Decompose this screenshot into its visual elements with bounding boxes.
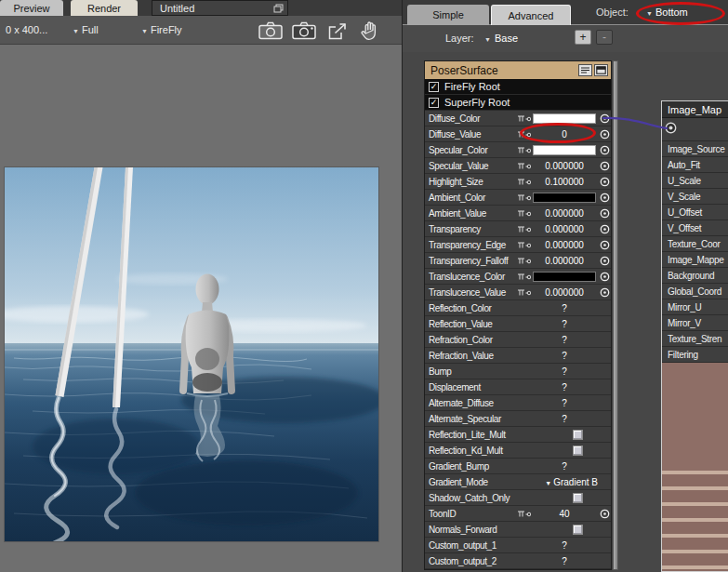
root-checkbox[interactable]: ✓ bbox=[429, 98, 439, 108]
socket-icon[interactable] bbox=[598, 113, 611, 124]
imagemap-row-image_mappe[interactable]: Image_Mappe bbox=[662, 252, 728, 268]
tab-advanced[interactable]: Advanced bbox=[491, 5, 571, 25]
remove-layer-button[interactable]: - bbox=[596, 30, 613, 45]
color-swatch[interactable] bbox=[533, 145, 596, 155]
value-field[interactable]: 0.000000 bbox=[545, 240, 584, 250]
node-collapse-icon[interactable] bbox=[594, 64, 608, 76]
posersurface-header[interactable]: PoserSurface bbox=[425, 61, 611, 79]
imagemap-row-v_scale[interactable]: V_Scale bbox=[662, 189, 728, 205]
resolution-label: 0 x 400... bbox=[6, 24, 47, 35]
socket-icon[interactable] bbox=[598, 224, 611, 234]
imagemap-row-mirror_u[interactable]: Mirror_U bbox=[662, 299, 728, 315]
property-label: Reflection_Color bbox=[425, 303, 516, 313]
dial-icon[interactable] bbox=[516, 145, 531, 155]
dial-icon[interactable] bbox=[516, 129, 531, 140]
imagemap-title[interactable]: Image_Map bbox=[662, 101, 728, 118]
color-swatch[interactable] bbox=[533, 272, 596, 282]
property-label: Reflection_Lite_Mult bbox=[425, 430, 516, 440]
imagemap-row-texture_coor[interactable]: Texture_Coor bbox=[662, 236, 728, 252]
surface-row-refraction_color: Refraction_Color? bbox=[425, 332, 611, 348]
imagemap-row-texture_stren[interactable]: Texture_Stren bbox=[662, 331, 728, 347]
layer-dropdown[interactable]: Base bbox=[484, 33, 518, 44]
layer-value: Base bbox=[495, 33, 518, 44]
dial-icon[interactable] bbox=[516, 113, 531, 124]
add-layer-button[interactable]: + bbox=[575, 30, 591, 45]
property-checkbox[interactable] bbox=[573, 525, 583, 535]
dial-icon[interactable] bbox=[516, 224, 531, 234]
surface-rows: Diffuse_ColorDiffuse_Value0Specular_Colo… bbox=[425, 111, 611, 569]
dial-icon[interactable] bbox=[516, 177, 531, 187]
value-field[interactable]: 0.100000 bbox=[545, 177, 584, 187]
imagemap-row-global_coord[interactable]: Global_Coord bbox=[662, 284, 728, 299]
value-field[interactable]: 0 bbox=[562, 129, 567, 140]
node-menu-icon[interactable] bbox=[578, 64, 592, 76]
socket-icon[interactable] bbox=[598, 177, 611, 187]
export-icon[interactable] bbox=[327, 22, 349, 43]
surface-row-diffuse_color: Diffuse_Color bbox=[425, 111, 611, 126]
property-checkbox[interactable] bbox=[573, 493, 583, 503]
layer-bar: Layer: Base + - bbox=[403, 25, 728, 52]
socket-icon[interactable] bbox=[598, 193, 611, 203]
property-label: Diffuse_Color bbox=[425, 113, 516, 124]
socket-icon[interactable] bbox=[598, 145, 611, 155]
socket-icon[interactable] bbox=[598, 240, 611, 250]
dial-icon[interactable] bbox=[516, 509, 531, 519]
value-field[interactable]: 0.000000 bbox=[545, 224, 584, 234]
dial-icon[interactable] bbox=[516, 193, 531, 203]
tab-preview[interactable]: Preview bbox=[0, 0, 63, 16]
pan-hand-icon[interactable] bbox=[361, 20, 379, 43]
socket-icon[interactable] bbox=[598, 161, 611, 171]
object-dropdown[interactable]: Bottom bbox=[646, 7, 688, 18]
imagemap-row-mirror_v[interactable]: Mirror_V bbox=[662, 315, 728, 331]
layer-label: Layer: bbox=[445, 33, 474, 44]
renderer-dropdown[interactable]: FireFly bbox=[141, 24, 182, 35]
dial-icon[interactable] bbox=[516, 240, 531, 250]
dial-icon[interactable] bbox=[516, 287, 531, 298]
color-swatch[interactable] bbox=[533, 193, 596, 203]
socket-icon[interactable] bbox=[598, 256, 611, 266]
tab-render[interactable]: Render bbox=[71, 0, 138, 16]
document-title-field[interactable]: Untitled bbox=[152, 0, 288, 16]
socket-icon[interactable] bbox=[598, 287, 611, 298]
socket-icon[interactable] bbox=[598, 208, 611, 219]
property-dropdown[interactable]: Gradient B bbox=[545, 477, 598, 487]
property-label: Normals_Forward bbox=[425, 525, 516, 535]
value-field[interactable]: 0.000000 bbox=[545, 161, 584, 171]
value-field[interactable]: 0.000000 bbox=[545, 256, 584, 266]
chevron-down-icon bbox=[73, 24, 79, 35]
imagemap-row-background[interactable]: Background bbox=[662, 268, 728, 284]
value-field[interactable]: 40 bbox=[559, 509, 569, 519]
imagemap-row-u_offset[interactable]: U_Offset bbox=[662, 205, 728, 220]
dial-icon[interactable] bbox=[516, 272, 531, 282]
display-mode-dropdown[interactable]: Full bbox=[73, 24, 99, 35]
root-label: SuperFly Root bbox=[444, 97, 510, 108]
value-field[interactable]: 0.000000 bbox=[545, 208, 584, 219]
root-checkbox[interactable]: ✓ bbox=[429, 82, 439, 92]
tab-simple[interactable]: Simple bbox=[407, 5, 489, 25]
property-label: Bump bbox=[425, 366, 516, 377]
surface-row-reflection_value: Reflection_Value? bbox=[425, 316, 611, 332]
node-output-socket-icon[interactable] bbox=[665, 121, 677, 138]
imagemap-row-image_source[interactable]: Image_Source bbox=[662, 141, 728, 157]
socket-icon[interactable] bbox=[598, 272, 611, 282]
unknown-value: ? bbox=[562, 556, 567, 566]
property-checkbox[interactable] bbox=[573, 430, 583, 440]
socket-icon[interactable] bbox=[598, 509, 611, 519]
material-scrollbar[interactable] bbox=[613, 60, 618, 570]
dial-icon[interactable] bbox=[516, 208, 531, 219]
imagemap-row-filtering[interactable]: Filtering bbox=[662, 347, 728, 363]
property-checkbox[interactable] bbox=[573, 446, 583, 456]
imagemap-row-auto_fit[interactable]: Auto_Fit bbox=[662, 157, 728, 173]
preview-viewport bbox=[0, 45, 402, 572]
imagemap-output-anchor[interactable] bbox=[662, 118, 728, 141]
dial-icon[interactable] bbox=[516, 256, 531, 266]
dial-icon[interactable] bbox=[516, 161, 531, 171]
imagemap-row-u_scale[interactable]: U_Scale bbox=[662, 173, 728, 189]
detach-window-icon[interactable] bbox=[273, 4, 284, 13]
socket-icon[interactable] bbox=[598, 129, 611, 140]
color-swatch[interactable] bbox=[533, 113, 596, 124]
imagemap-row-v_offset[interactable]: V_Offset bbox=[662, 220, 728, 236]
camera-icon[interactable] bbox=[258, 20, 284, 42]
value-field[interactable]: 0.000000 bbox=[545, 287, 584, 298]
render-camera-icon[interactable] bbox=[292, 20, 317, 42]
